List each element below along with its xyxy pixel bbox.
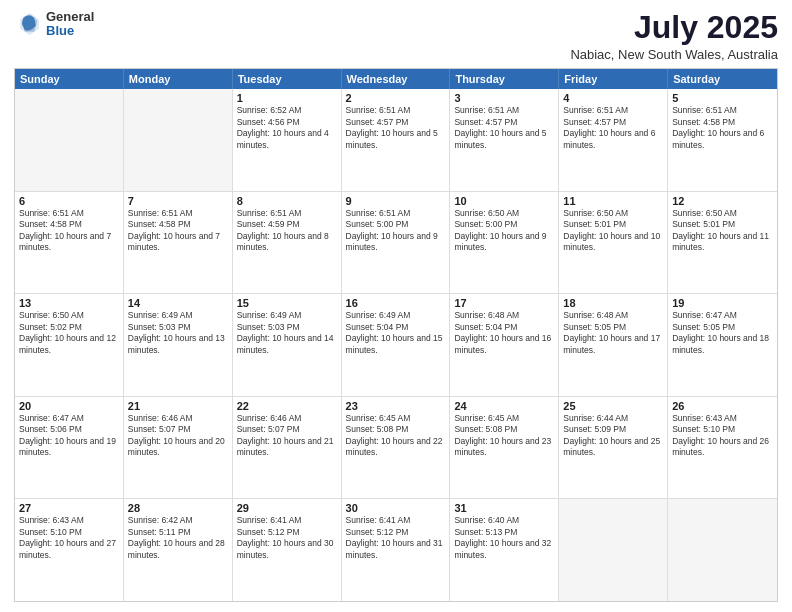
calendar-cell: 21Sunrise: 6:46 AM Sunset: 5:07 PM Dayli… [124,397,233,499]
calendar-cell: 10Sunrise: 6:50 AM Sunset: 5:00 PM Dayli… [450,192,559,294]
header-day-monday: Monday [124,69,233,89]
day-info: Sunrise: 6:47 AM Sunset: 5:06 PM Dayligh… [19,413,119,459]
day-info: Sunrise: 6:51 AM Sunset: 4:59 PM Dayligh… [237,208,337,254]
calendar-cell: 30Sunrise: 6:41 AM Sunset: 5:12 PM Dayli… [342,499,451,601]
calendar-cell: 26Sunrise: 6:43 AM Sunset: 5:10 PM Dayli… [668,397,777,499]
day-number: 23 [346,400,446,412]
day-number: 14 [128,297,228,309]
calendar-cell: 31Sunrise: 6:40 AM Sunset: 5:13 PM Dayli… [450,499,559,601]
day-number: 17 [454,297,554,309]
day-number: 25 [563,400,663,412]
calendar-cell: 15Sunrise: 6:49 AM Sunset: 5:03 PM Dayli… [233,294,342,396]
day-number: 12 [672,195,773,207]
calendar: SundayMondayTuesdayWednesdayThursdayFrid… [14,68,778,602]
calendar-cell: 7Sunrise: 6:51 AM Sunset: 4:58 PM Daylig… [124,192,233,294]
calendar-cell [668,499,777,601]
header: General Blue July 2025 Nabiac, New South… [14,10,778,62]
calendar-row-2: 13Sunrise: 6:50 AM Sunset: 5:02 PM Dayli… [15,294,777,397]
day-number: 5 [672,92,773,104]
header-day-thursday: Thursday [450,69,559,89]
day-number: 21 [128,400,228,412]
day-number: 1 [237,92,337,104]
day-number: 30 [346,502,446,514]
calendar-row-3: 20Sunrise: 6:47 AM Sunset: 5:06 PM Dayli… [15,397,777,500]
day-number: 24 [454,400,554,412]
calendar-cell: 8Sunrise: 6:51 AM Sunset: 4:59 PM Daylig… [233,192,342,294]
day-number: 16 [346,297,446,309]
day-info: Sunrise: 6:52 AM Sunset: 4:56 PM Dayligh… [237,105,337,151]
day-number: 31 [454,502,554,514]
calendar-cell: 20Sunrise: 6:47 AM Sunset: 5:06 PM Dayli… [15,397,124,499]
day-info: Sunrise: 6:49 AM Sunset: 5:03 PM Dayligh… [237,310,337,356]
day-info: Sunrise: 6:50 AM Sunset: 5:00 PM Dayligh… [454,208,554,254]
day-number: 15 [237,297,337,309]
calendar-cell: 1Sunrise: 6:52 AM Sunset: 4:56 PM Daylig… [233,89,342,191]
day-info: Sunrise: 6:51 AM Sunset: 4:58 PM Dayligh… [128,208,228,254]
day-info: Sunrise: 6:51 AM Sunset: 4:57 PM Dayligh… [563,105,663,151]
day-number: 29 [237,502,337,514]
day-info: Sunrise: 6:51 AM Sunset: 4:57 PM Dayligh… [346,105,446,151]
calendar-cell: 24Sunrise: 6:45 AM Sunset: 5:08 PM Dayli… [450,397,559,499]
calendar-cell: 2Sunrise: 6:51 AM Sunset: 4:57 PM Daylig… [342,89,451,191]
day-info: Sunrise: 6:41 AM Sunset: 5:12 PM Dayligh… [237,515,337,561]
header-day-tuesday: Tuesday [233,69,342,89]
day-number: 13 [19,297,119,309]
calendar-cell: 9Sunrise: 6:51 AM Sunset: 5:00 PM Daylig… [342,192,451,294]
day-number: 7 [128,195,228,207]
calendar-cell: 25Sunrise: 6:44 AM Sunset: 5:09 PM Dayli… [559,397,668,499]
calendar-cell: 3Sunrise: 6:51 AM Sunset: 4:57 PM Daylig… [450,89,559,191]
calendar-cell [559,499,668,601]
calendar-cell: 13Sunrise: 6:50 AM Sunset: 5:02 PM Dayli… [15,294,124,396]
day-info: Sunrise: 6:50 AM Sunset: 5:01 PM Dayligh… [672,208,773,254]
calendar-cell: 12Sunrise: 6:50 AM Sunset: 5:01 PM Dayli… [668,192,777,294]
calendar-cell: 14Sunrise: 6:49 AM Sunset: 5:03 PM Dayli… [124,294,233,396]
day-number: 11 [563,195,663,207]
day-info: Sunrise: 6:51 AM Sunset: 4:57 PM Dayligh… [454,105,554,151]
day-info: Sunrise: 6:43 AM Sunset: 5:10 PM Dayligh… [672,413,773,459]
day-info: Sunrise: 6:50 AM Sunset: 5:01 PM Dayligh… [563,208,663,254]
header-day-saturday: Saturday [668,69,777,89]
calendar-cell: 5Sunrise: 6:51 AM Sunset: 4:58 PM Daylig… [668,89,777,191]
calendar-cell: 18Sunrise: 6:48 AM Sunset: 5:05 PM Dayli… [559,294,668,396]
calendar-cell: 22Sunrise: 6:46 AM Sunset: 5:07 PM Dayli… [233,397,342,499]
calendar-cell: 29Sunrise: 6:41 AM Sunset: 5:12 PM Dayli… [233,499,342,601]
calendar-row-4: 27Sunrise: 6:43 AM Sunset: 5:10 PM Dayli… [15,499,777,601]
calendar-cell [15,89,124,191]
header-day-sunday: Sunday [15,69,124,89]
logo-general: General [46,10,94,24]
day-info: Sunrise: 6:48 AM Sunset: 5:05 PM Dayligh… [563,310,663,356]
day-number: 10 [454,195,554,207]
day-info: Sunrise: 6:46 AM Sunset: 5:07 PM Dayligh… [128,413,228,459]
day-info: Sunrise: 6:41 AM Sunset: 5:12 PM Dayligh… [346,515,446,561]
logo-icon [14,10,42,38]
logo-blue: Blue [46,24,94,38]
title-block: July 2025 Nabiac, New South Wales, Austr… [570,10,778,62]
day-info: Sunrise: 6:46 AM Sunset: 5:07 PM Dayligh… [237,413,337,459]
day-number: 26 [672,400,773,412]
calendar-cell: 17Sunrise: 6:48 AM Sunset: 5:04 PM Dayli… [450,294,559,396]
day-info: Sunrise: 6:43 AM Sunset: 5:10 PM Dayligh… [19,515,119,561]
calendar-cell: 6Sunrise: 6:51 AM Sunset: 4:58 PM Daylig… [15,192,124,294]
calendar-body: 1Sunrise: 6:52 AM Sunset: 4:56 PM Daylig… [15,89,777,601]
logo: General Blue [14,10,94,39]
day-info: Sunrise: 6:48 AM Sunset: 5:04 PM Dayligh… [454,310,554,356]
day-info: Sunrise: 6:45 AM Sunset: 5:08 PM Dayligh… [346,413,446,459]
day-number: 8 [237,195,337,207]
main-title: July 2025 [570,10,778,45]
day-number: 6 [19,195,119,207]
day-info: Sunrise: 6:51 AM Sunset: 4:58 PM Dayligh… [19,208,119,254]
calendar-cell [124,89,233,191]
calendar-cell: 4Sunrise: 6:51 AM Sunset: 4:57 PM Daylig… [559,89,668,191]
calendar-header: SundayMondayTuesdayWednesdayThursdayFrid… [15,69,777,89]
day-number: 28 [128,502,228,514]
day-number: 27 [19,502,119,514]
day-number: 9 [346,195,446,207]
logo-text: General Blue [46,10,94,39]
calendar-cell: 11Sunrise: 6:50 AM Sunset: 5:01 PM Dayli… [559,192,668,294]
calendar-cell: 28Sunrise: 6:42 AM Sunset: 5:11 PM Dayli… [124,499,233,601]
day-info: Sunrise: 6:44 AM Sunset: 5:09 PM Dayligh… [563,413,663,459]
day-number: 22 [237,400,337,412]
header-day-friday: Friday [559,69,668,89]
calendar-cell: 27Sunrise: 6:43 AM Sunset: 5:10 PM Dayli… [15,499,124,601]
day-info: Sunrise: 6:49 AM Sunset: 5:04 PM Dayligh… [346,310,446,356]
